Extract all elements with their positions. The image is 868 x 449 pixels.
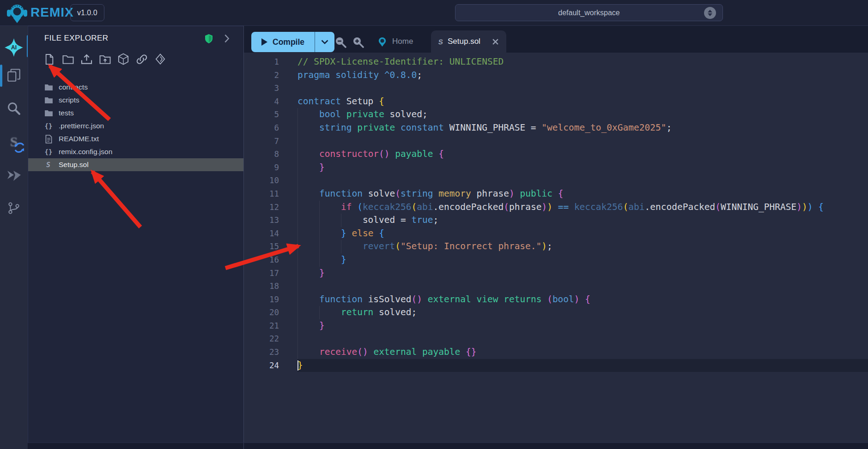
code-line-11[interactable]: 11 function solve(string memory phrase) … xyxy=(244,187,868,201)
code-editor[interactable]: 1// SPDX-License-Identifier: UNLICENSED2… xyxy=(244,53,868,443)
code-line-2[interactable]: 2pragma solidity ^0.8.0; xyxy=(244,69,868,82)
code-token: ( xyxy=(357,202,363,212)
code-token xyxy=(330,70,335,80)
upload-file-icon[interactable] xyxy=(80,53,92,65)
code-line-14[interactable]: 14 } else { xyxy=(244,227,868,240)
ipfs-cube-icon[interactable] xyxy=(117,53,129,65)
code-line-23[interactable]: 23 receive() external payable {} xyxy=(244,346,868,359)
code-line-24[interactable]: 24} xyxy=(244,359,868,372)
collapse-chevron-icon[interactable] xyxy=(224,34,230,43)
code-line-10[interactable]: 10 xyxy=(244,174,868,187)
tree-item-readme-txt[interactable]: README.txt xyxy=(28,132,243,145)
solidity-compiler-rail-icon[interactable]: S xyxy=(0,128,28,155)
zoom-out-icon[interactable] xyxy=(334,36,346,48)
close-icon[interactable] xyxy=(492,38,499,45)
code-token: payable xyxy=(395,149,433,159)
version-badge: v1.0.0 xyxy=(70,4,104,21)
tab-home[interactable]: Home xyxy=(372,30,418,53)
git-rail-icon[interactable] xyxy=(0,195,28,222)
code-token: Setup xyxy=(341,96,379,107)
line-number: 3 xyxy=(244,82,285,95)
code-line-20[interactable]: 20 return solved; xyxy=(244,306,868,319)
line-number: 7 xyxy=(244,135,285,148)
code-token: () xyxy=(412,294,422,305)
file-explorer-rail-icon[interactable] xyxy=(0,62,28,89)
code-line-18[interactable]: 18 xyxy=(244,280,868,293)
code-line-16[interactable]: 16 } xyxy=(244,253,868,267)
code-line-content: constructor() payable { xyxy=(297,148,868,161)
tree-item-label: .prettierrc.json xyxy=(59,122,104,130)
code-line-1[interactable]: 1// SPDX-License-Identifier: UNLICENSED xyxy=(244,55,868,69)
code-line-13[interactable]: 13 solved = true; xyxy=(244,214,868,227)
code-token xyxy=(297,268,319,278)
code-token: () xyxy=(379,149,389,159)
new-folder-icon[interactable] xyxy=(62,53,74,65)
tree-item-label: scripts xyxy=(59,96,79,104)
code-token: { xyxy=(558,188,564,199)
code-token xyxy=(341,109,346,120)
remix-ai-icon[interactable]: AI xyxy=(0,34,28,61)
code-line-19[interactable]: 19 function isSolved() external view ret… xyxy=(244,293,868,306)
tree-item--prettierrc-json[interactable]: {}.prettierrc.json xyxy=(28,120,243,132)
code-token xyxy=(352,202,357,212)
code-line-3[interactable]: 3 xyxy=(244,82,868,95)
compile-button[interactable]: Compile xyxy=(251,32,315,52)
tab-setup-sol[interactable]: S Setup.sol xyxy=(431,30,506,53)
indent-guide xyxy=(319,214,320,227)
code-line-content: solved = true; xyxy=(297,214,868,227)
code-token: revert xyxy=(363,241,395,251)
compile-options-button[interactable] xyxy=(315,32,334,52)
new-file-icon[interactable] xyxy=(43,53,55,65)
code-token xyxy=(498,294,504,305)
code-line-22[interactable]: 22 xyxy=(244,332,868,346)
code-token xyxy=(297,162,319,173)
tree-item-remix-config-json[interactable]: {}remix.config.json xyxy=(28,145,243,158)
code-line-15[interactable]: 15 revert("Setup: Incorrect phrase."); xyxy=(244,240,868,253)
home-tab-label: Home xyxy=(392,37,413,46)
upload-folder-icon[interactable] xyxy=(99,53,111,65)
code-line-7[interactable]: 7 xyxy=(244,135,868,148)
code-token: ) xyxy=(796,202,802,212)
code-line-content xyxy=(297,332,868,346)
code-token: memory xyxy=(438,188,471,199)
code-token: private xyxy=(346,109,384,120)
indent-guide xyxy=(297,253,298,267)
code-token: { xyxy=(438,149,444,159)
code-token xyxy=(373,228,379,239)
code-token xyxy=(395,122,401,133)
tree-item-contracts[interactable]: contracts xyxy=(28,81,243,94)
code-token xyxy=(297,109,319,120)
code-line-21[interactable]: 21 } xyxy=(244,319,868,333)
code-line-17[interactable]: 17 } xyxy=(244,267,868,280)
code-line-content: // SPDX-License-Identifier: UNLICENSED xyxy=(297,55,868,69)
indent-guide xyxy=(297,174,298,187)
solidity-file-icon[interactable] xyxy=(154,53,166,65)
code-line-4[interactable]: 4contract Setup { xyxy=(244,95,868,108)
deploy-run-rail-icon[interactable] xyxy=(0,162,28,189)
code-line-6[interactable]: 6 string private constant WINNING_PHRASE… xyxy=(244,121,868,135)
code-line-9[interactable]: 9 } xyxy=(244,161,868,174)
code-line-5[interactable]: 5 bool private solved; xyxy=(244,108,868,121)
tree-item-setup-sol[interactable]: SSetup.sol xyxy=(28,158,243,171)
search-rail-icon[interactable] xyxy=(0,95,28,122)
line-number: 12 xyxy=(244,201,285,214)
code-token xyxy=(297,122,319,133)
code-line-content: receive() external payable {} xyxy=(297,346,868,359)
document-icon xyxy=(45,135,52,144)
code-line-content: return solved; xyxy=(297,306,868,319)
tree-item-label: Setup.sol xyxy=(59,161,89,169)
zoom-in-icon[interactable] xyxy=(352,36,364,48)
workspace-select[interactable]: default_workspace xyxy=(455,4,723,21)
code-line-content xyxy=(297,174,868,187)
code-line-8[interactable]: 8 constructor() payable { xyxy=(244,148,868,161)
code-token: ; xyxy=(666,122,672,133)
code-token: ) xyxy=(509,188,515,199)
tree-item-tests[interactable]: tests xyxy=(28,107,243,120)
code-token xyxy=(346,228,352,239)
code-token: ; xyxy=(433,215,439,225)
link-icon[interactable] xyxy=(136,53,148,65)
code-lines: 1// SPDX-License-Identifier: UNLICENSED2… xyxy=(244,55,868,372)
tree-item-scripts[interactable]: scripts xyxy=(28,94,243,107)
code-line-12[interactable]: 12 if (keccak256(abi.encodePacked(phrase… xyxy=(244,201,868,214)
remix-logo-icon[interactable] xyxy=(6,2,28,24)
